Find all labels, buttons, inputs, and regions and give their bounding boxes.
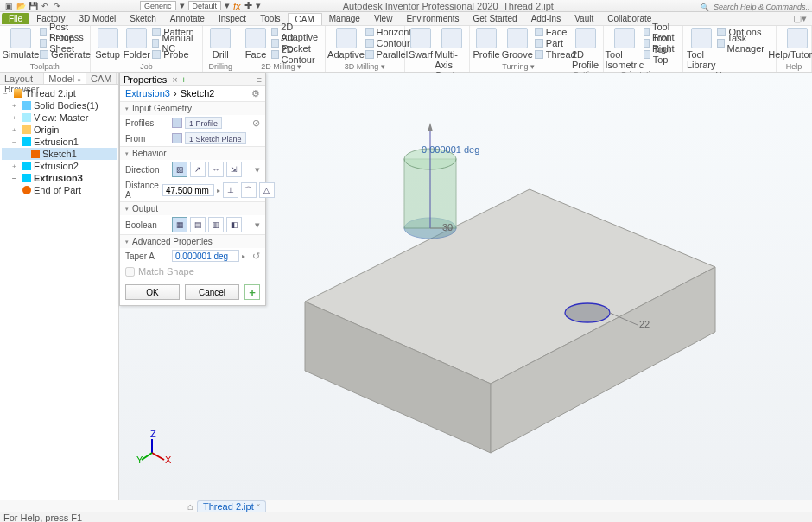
ribbon-small-button[interactable]: Task Manager [717,38,772,48]
apply-plus-button[interactable]: + [244,284,260,300]
ribbon-button[interactable]: Face [242,27,270,60]
menu-icon[interactable]: ≡ [257,74,262,85]
profiles-value[interactable]: 1 Profile [185,117,222,129]
ribbon-button[interactable]: Help/Tutorials [780,27,812,60]
boolean-intersect-button[interactable]: ▥ [208,217,224,232]
open-icon[interactable]: 📂 [16,1,26,11]
help-search[interactable] [701,1,809,11]
ribbon-small-button[interactable]: Manual NC [152,38,199,48]
sk-icon [31,150,40,158]
taper-input[interactable] [172,250,239,262]
from-value[interactable]: 1 Sketch Plane [185,132,246,144]
tab-inspect[interactable]: Inspect [212,13,253,24]
ribbon-small-button[interactable]: Probe [152,49,199,60]
ribbon-button[interactable]: Groove [502,27,533,60]
tab-environments[interactable]: Environments [399,13,466,24]
sketch-circle-right[interactable] [565,303,610,322]
match-shape-checkbox[interactable]: Match Shape [120,264,265,279]
fx-icon[interactable]: fx [233,1,241,11]
tab-annotate[interactable]: Annotate [163,13,212,24]
breadcrumb-extrusion[interactable]: Extrusion3 [125,88,170,99]
close-icon[interactable]: × [172,74,177,85]
redo-icon[interactable]: ↷ [52,1,62,11]
ribbon-button[interactable]: Simulate [3,27,38,60]
ribbon-small-button[interactable]: Setup Sheet [40,38,91,48]
document-tab[interactable]: Thread 2.ipt× [197,500,266,512]
tab-view[interactable]: View [367,13,400,24]
tool-icon [476,28,497,48]
ribbon-small-button[interactable]: Generate [40,49,91,60]
model-tree: −Thread 2.ipt +Solid Bodies(1)+View: Mas… [0,85,118,199]
search-input[interactable] [714,3,809,11]
material-combo[interactable]: Generic [140,1,176,10]
measure-to-button[interactable]: ⊥ [223,182,238,198]
home-icon[interactable]: ⌂ [183,501,197,512]
boolean-cut-button[interactable]: ▤ [190,217,206,232]
direction-sym-button[interactable]: ↔ [208,162,224,177]
tab-file[interactable]: File [2,13,29,24]
ribbon-button[interactable]: Setup [94,27,122,60]
quick-access-toolbar: ▣ 📂 💾 ↶ ↷ [3,1,62,11]
ok-button[interactable]: OK [125,284,180,300]
clear-icon[interactable]: ⊘ [252,118,260,129]
tab-getstarted[interactable]: Get Started [466,13,524,24]
tab-vault[interactable]: Vault [568,13,600,24]
cancel-button[interactable]: Cancel [185,284,239,300]
ribbon-button[interactable]: Profile [473,27,500,60]
tree-node[interactable]: End of Part [2,184,117,196]
ribbon-collapse-icon[interactable]: ▢▾ [793,13,812,24]
ribbon-small-button[interactable]: 2D Contour [271,49,321,60]
tab-sketch[interactable]: Sketch [123,13,163,24]
reset-icon[interactable]: ↺ [252,251,260,262]
ribbon-button[interactable]: 2D Profile [572,27,599,70]
ribbon-small-button[interactable]: Tool Top [644,49,679,60]
tool-icon [152,28,161,36]
tree-node[interactable]: −Extrusion3 [2,172,117,184]
section-input-geometry[interactable]: Input Geometry [120,102,265,115]
tab-collaborate[interactable]: Collaborate [600,13,658,24]
panetab-model[interactable]: Model× [44,73,86,84]
app-icon[interactable]: ▣ [3,1,14,11]
direction-asym-button[interactable]: ⇲ [226,162,242,177]
plus-icon[interactable]: ✚ [244,0,252,11]
ribbon-button[interactable]: Tool Isometric [607,27,642,70]
boolean-join-button[interactable]: ▦ [172,217,187,232]
properties-tab[interactable]: Properties [124,74,167,85]
tree-node[interactable]: +Origin [2,124,117,136]
to-next-button[interactable]: △ [259,182,275,198]
appearance-combo[interactable]: Default [188,1,222,10]
direction-default-button[interactable]: ▨ [172,162,187,177]
section-output[interactable]: Output [120,202,265,215]
save-icon[interactable]: 💾 [28,1,38,11]
add-tab-icon[interactable]: + [181,74,187,85]
distance-input[interactable] [162,184,214,196]
select-icon[interactable] [172,118,182,128]
undo-icon[interactable]: ↶ [40,1,50,11]
select-icon[interactable] [172,133,182,143]
ribbon-button[interactable]: Drill [206,27,234,60]
tab-addins[interactable]: Add-Ins [524,13,568,24]
tree-node[interactable]: +Solid Bodies(1) [2,99,117,111]
direction-flip-button[interactable]: ↗ [190,162,206,177]
tree-node[interactable]: +Extrusion2 [2,160,117,172]
tab-manage[interactable]: Manage [322,13,367,24]
section-advanced[interactable]: Advanced Properties [120,235,265,248]
breadcrumb-sketch[interactable]: Sketch2 [181,88,215,99]
tree-node[interactable]: −Extrusion1 [2,136,117,148]
panetab-layout[interactable]: Layout Browser [0,73,44,84]
tree-node[interactable]: +View: Master [2,111,117,124]
close-icon[interactable]: × [77,76,81,84]
boolean-newsolid-button[interactable]: ◧ [226,217,242,232]
coord-gizmo[interactable]: Z X Y [136,429,172,465]
section-behavior[interactable]: Behavior [120,147,265,160]
tree-node[interactable]: Sketch1 [2,148,117,160]
gear-icon[interactable]: ⚙ [251,88,260,99]
ribbon-button[interactable]: Folder [123,27,150,60]
through-all-button[interactable]: ⌒ [241,182,257,198]
ribbon-button[interactable]: Adaptive [329,27,364,60]
tree-root[interactable]: −Thread 2.ipt [2,87,117,99]
panetab-cam[interactable]: CAM [86,73,117,84]
tool-icon [575,28,596,48]
close-icon[interactable]: × [257,501,261,512]
ribbon-button[interactable]: Tool Library [687,27,716,70]
